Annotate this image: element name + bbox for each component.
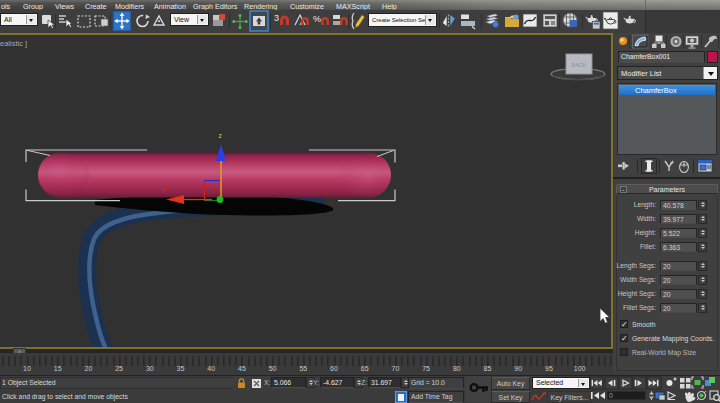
svg-text:BACK: BACK	[572, 62, 587, 68]
svg-text:0: 0	[609, 392, 613, 399]
svg-text:%: %	[313, 14, 321, 24]
svg-text:z: z	[219, 132, 222, 139]
svg-text:3: 3	[274, 13, 279, 23]
